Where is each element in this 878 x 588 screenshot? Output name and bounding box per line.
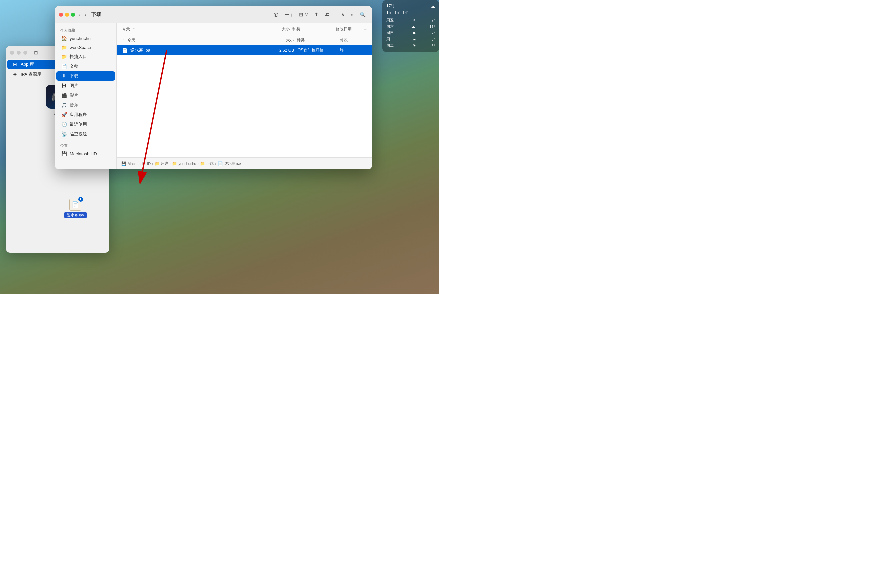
finder-window: ‹ › 下载 🗑 ☰ ↕ ⊞ ∨ ⬆ 🏷 ··· ∨ » 🔍 个人收藏 🏠 yu… [55, 6, 372, 170]
col-header-size: 大小 [262, 26, 292, 32]
forward-button[interactable]: › [83, 11, 88, 18]
ipa-library-icon: ⊕ [12, 72, 18, 77]
table-row[interactable]: 📄 逆水寒.ipa 2.62 GB iOS软件包归档 昨 [117, 45, 372, 56]
tag-button[interactable]: 🏷 [323, 10, 332, 18]
file-list: ⌃ 今天 大小 种类 修改 📄 逆水寒.ipa 2.62 GB iOS软件包归档… [117, 35, 372, 158]
breadcrumb-yunchuchu[interactable]: yunchuchu [179, 162, 196, 166]
date-group-today: ⌃ 今天 大小 种类 修改 [117, 35, 372, 45]
col-header-name: 今天 ⌃ [122, 26, 262, 32]
sidebar-item-zuijin[interactable]: 🕐 最近使用 [56, 120, 115, 129]
sidebar-toggle-icon[interactable]: ⊞ [34, 50, 38, 56]
weather-time: 17时 [386, 3, 395, 9]
doc-icon: 📄 [61, 64, 67, 69]
weather-temp-2: 15° [394, 10, 400, 15]
finder-window-title: 下载 [92, 11, 101, 18]
dragged-file-icon: 📄 ⬇ [69, 199, 81, 211]
breadcrumb-file-icon: 📄 [218, 161, 223, 166]
breadcrumb-folder2-icon: 📁 [172, 161, 177, 166]
weather-forecast: 周五 ☀ 7° 周六 ☁ 11° 周日 🌧 7° 周一 ☁ 6° 周二 ☀ 6° [386, 17, 435, 49]
more-button[interactable]: ··· ∨ [334, 10, 347, 19]
sidebar-item-yinyue[interactable]: 🎵 音乐 [56, 100, 115, 110]
finder-titlebar: ‹ › 下载 🗑 ☰ ↕ ⊞ ∨ ⬆ 🏷 ··· ∨ » 🔍 [55, 6, 372, 23]
weather-temp-3: 14° [402, 10, 408, 15]
finder-sidebar: 个人收藏 🏠 yunchuchu 📁 workSpace 📁 快捷入口 📄 文稿… [55, 23, 117, 170]
traffic-light-close[interactable] [10, 51, 14, 55]
file-size: 2.62 GB [266, 48, 296, 52]
col-header-type: 种类 [292, 26, 335, 32]
sidebar-item-workspace[interactable]: 📁 workSpace [56, 43, 115, 52]
traffic-light-maximize[interactable] [23, 51, 27, 55]
extend-button[interactable]: » [349, 10, 356, 18]
list-view-button[interactable]: ☰ ↕ [283, 10, 295, 19]
finder-minimize-btn[interactable] [65, 13, 69, 16]
photos-icon: 🖼 [61, 83, 67, 88]
music-icon: 🎵 [61, 102, 67, 108]
share-button[interactable]: ⬆ [312, 10, 320, 19]
finder-close-btn[interactable] [59, 13, 63, 16]
finder-main: 今天 ⌃ 大小 种类 修改日期 + ⌃ 今天 [117, 23, 372, 170]
sidebar-item-yingyong[interactable]: 🚀 应用程序 [56, 110, 115, 119]
sidebar-item-yunchuchu[interactable]: 🏠 yunchuchu [56, 34, 115, 43]
column-header: 今天 ⌃ 大小 种类 修改日期 + [117, 23, 372, 35]
delete-button[interactable]: 🗑 [272, 10, 281, 18]
breadcrumb-disk-icon: 💾 [122, 161, 126, 166]
sidebar-item-tupian[interactable]: 🖼 图片 [56, 81, 115, 90]
sidebar-item-wenzhang[interactable]: 📄 文稿 [56, 62, 115, 71]
search-button[interactable]: 🔍 [358, 10, 368, 19]
weather-widget: 17时 ☁ 15° 15° 14° 周五 ☀ 7° 周六 ☁ 11° 周日 🌧 … [382, 0, 439, 52]
app-library-icon: ⊞ [12, 62, 18, 67]
section-personal-label: 个人收藏 [55, 26, 116, 34]
sidebar-item-xiazai[interactable]: ⬇ 下载 [56, 71, 115, 81]
breadcrumb-folder1-icon: 📁 [155, 161, 160, 166]
traffic-light-minimize[interactable] [17, 51, 21, 55]
add-column-button[interactable]: + [364, 26, 367, 32]
breadcrumb-folder3-icon: 📁 [200, 161, 205, 166]
airdrop-icon: 📡 [61, 131, 67, 136]
sidebar-item-kuaijie[interactable]: 📁 快捷入口 [56, 52, 115, 62]
back-button[interactable]: ‹ [77, 11, 81, 18]
file-ipa-icon: 📄 [122, 48, 128, 53]
recent-icon: 🕐 [61, 122, 67, 127]
dragged-file-badge: ⬇ [78, 197, 83, 202]
folder-kuaijie-icon: 📁 [61, 54, 67, 59]
download-icon: ⬇ [61, 74, 67, 79]
folder-workspace-icon: 📁 [61, 45, 67, 50]
weather-today-icon: ☁ [431, 4, 435, 9]
col-header-date: 修改日期 [335, 26, 362, 32]
home-icon: 🏠 [61, 36, 67, 41]
section-location-label: 位置 [55, 141, 116, 149]
file-type: iOS软件包归档 [296, 47, 340, 53]
sidebar-item-macintosh[interactable]: 💾 Macintosh HD [56, 149, 115, 158]
finder-statusbar: 💾 Macintosh HD › 📁 用户 › 📁 yunchuchu › 📁 … [117, 158, 372, 170]
dragged-file-on-desktop[interactable]: 📄 ⬇ 逆水寒.ipa [65, 199, 87, 218]
breadcrumb-downloads[interactable]: 下载 [206, 161, 214, 166]
breadcrumb-users[interactable]: 用户 [161, 161, 168, 166]
movies-icon: 🎬 [61, 93, 67, 98]
grid-view-button[interactable]: ⊞ ∨ [297, 10, 310, 19]
finder-maximize-btn[interactable] [71, 13, 75, 16]
file-name: 逆水寒.ipa [131, 47, 266, 53]
disk-icon: 💾 [61, 151, 67, 156]
file-date: 昨 [340, 47, 367, 53]
breadcrumb-macintosh[interactable]: Macintosh HD [128, 162, 151, 166]
sidebar-item-yingpian[interactable]: 🎬 影片 [56, 91, 115, 100]
apps-icon: 🚀 [61, 112, 67, 117]
breadcrumb-file[interactable]: 逆水寒.ipa [224, 161, 241, 166]
finder-body: 个人收藏 🏠 yunchuchu 📁 workSpace 📁 快捷入口 📄 文稿… [55, 23, 372, 170]
weather-temp-1: 15° [386, 10, 392, 15]
dragged-file-label: 逆水寒.ipa [65, 212, 87, 218]
sidebar-item-airdrop[interactable]: 📡 隔空投送 [56, 129, 115, 139]
